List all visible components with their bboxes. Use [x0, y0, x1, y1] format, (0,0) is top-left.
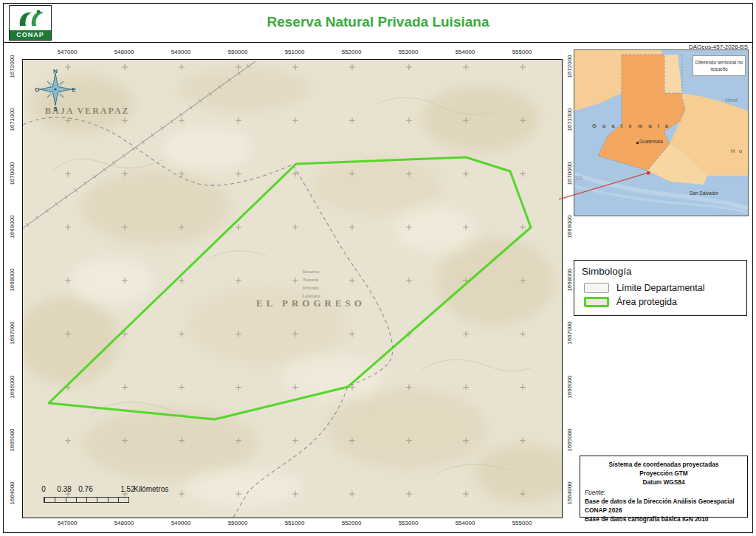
capital-city-marker — [636, 142, 639, 144]
y-coordinate-label: 1670000 — [566, 162, 573, 185]
left-partial-label: 721 — [575, 176, 583, 180]
legend-item-departmental-limit: Límite Departamental — [574, 283, 746, 293]
legend-box: Simbología Límite Departamental Área pro… — [574, 260, 747, 316]
x-axis-labels-bottom: 5470005480005490005500005510005520005530… — [22, 520, 561, 529]
scale-tick-label: 1.52 — [120, 485, 134, 493]
x-coordinate-label: 552000 — [342, 49, 362, 55]
y-coordinate-label: 1668000 — [566, 268, 573, 291]
x-coordinate-label: 555000 — [512, 49, 532, 55]
protected-area-swatch — [584, 297, 609, 307]
y-coordinate-label: 1665000 — [9, 428, 16, 451]
x-coordinate-label: 548000 — [114, 520, 134, 526]
reserve-name-line: Privada — [284, 284, 338, 292]
compass-south-letter: S — [53, 106, 58, 111]
x-coordinate-label: 548000 — [114, 49, 134, 55]
scale-bar: 0 0.38 0.76 1.52 Kilómetros — [44, 485, 206, 512]
scale-ruler — [44, 497, 129, 503]
reserve-name-line: Reserva — [284, 268, 338, 276]
x-coordinate-label: 547000 — [58, 520, 78, 526]
inset-locator-map: Diferendo territorial no resuelto G u a … — [574, 49, 749, 216]
y-coordinate-label: 1665000 — [566, 428, 573, 451]
scale-tick-label: 0 — [41, 485, 46, 493]
credits-box: Sistema de coordenadas proyectadas Proye… — [580, 456, 748, 518]
compass-north-letter: N — [53, 68, 58, 75]
compass-west-letter: O — [35, 86, 39, 93]
x-coordinate-label: 550000 — [228, 520, 248, 526]
x-coordinate-label: 554000 — [456, 49, 475, 55]
legend-title: Simbología — [574, 261, 746, 279]
source-line-2: Base de datos cartografía básica IGN 201… — [585, 515, 743, 523]
y-coordinate-label: 1667000 — [566, 322, 573, 345]
y-coordinate-label: 1671000 — [566, 109, 573, 131]
y-coordinate-label: 1669000 — [566, 215, 573, 238]
y-coordinate-label: 1672000 — [566, 55, 573, 78]
y-axis-labels-left: 1672000167100016700001669000166800016670… — [5, 59, 18, 517]
department-label-el-progreso: EL PROGRESO — [207, 298, 414, 309]
legend-item-label: Área protegida — [616, 297, 677, 307]
y-coordinate-label: 1667000 — [9, 322, 16, 345]
compass-rose-icon: N E S O — [33, 67, 78, 111]
y-coordinate-label: 1666000 — [566, 375, 573, 398]
x-coordinate-label: 551000 — [285, 520, 305, 526]
honduras-partial-label: H o — [731, 148, 743, 154]
y-coordinate-label: 1669000 — [9, 215, 16, 238]
x-coordinate-label: 554000 — [456, 520, 475, 526]
source-line-1: Base de datos de la Dirección Análisis G… — [585, 497, 743, 515]
honduras-partial-label-top: Hond — [725, 97, 738, 103]
x-coordinate-label: 555000 — [512, 520, 532, 526]
x-coordinate-label: 553000 — [399, 49, 419, 55]
legend-item-label: Límite Departamental — [616, 283, 705, 293]
page-title: Reserva Natural Privada Luisiana — [0, 14, 756, 30]
territorial-dispute-note: Diferendo territorial no resuelto — [693, 55, 746, 76]
compass-east-letter: E — [72, 86, 76, 93]
legend-item-protected-area: Área protegida — [574, 297, 746, 307]
y-coordinate-label: 1671000 — [9, 109, 16, 131]
x-coordinate-label: 551000 — [285, 49, 305, 55]
capital-label: Guatemala — [639, 139, 663, 144]
reserve-name-label: Reserva Natural Privada Luisiana — [284, 268, 338, 300]
x-coordinate-label: 549000 — [171, 520, 191, 526]
y-coordinate-label: 1672000 — [9, 55, 16, 78]
scale-unit-label: Kilómetros — [134, 485, 168, 493]
departmental-limit-swatch — [584, 283, 609, 293]
x-coordinate-label: 550000 — [228, 49, 248, 55]
scale-tick-label: 0.38 — [57, 485, 71, 493]
y-coordinate-label: 1668000 — [9, 268, 16, 291]
conap-logo-text: CONAP — [10, 30, 51, 40]
y-coordinate-label: 1664000 — [9, 481, 16, 504]
san-salvador-label: San Salvador — [690, 190, 718, 196]
x-coordinate-label: 552000 — [342, 520, 362, 526]
reserve-location-marker — [647, 171, 650, 175]
y-coordinate-label: 1670000 — [9, 162, 16, 185]
x-coordinate-label: 547000 — [58, 49, 78, 55]
x-axis-labels-top: 5470005480005490005500005510005520005530… — [22, 49, 561, 58]
reserve-name-line: Natural — [284, 276, 338, 284]
projection-line: Proyección GTM — [585, 469, 743, 478]
country-label: G u a t e m a l a — [592, 123, 670, 129]
main-map: BAJA VERAPAZ Reserva Natural Privada Lui… — [22, 59, 563, 518]
source-title: Fuente: — [585, 488, 743, 497]
header-divider — [3, 42, 753, 43]
y-coordinate-label: 1664000 — [566, 481, 573, 504]
scale-tick-label: 0.76 — [78, 485, 92, 493]
map-sheet: CONAP Reserva Natural Privada Luisiana D… — [0, 0, 756, 536]
x-coordinate-label: 549000 — [171, 49, 191, 55]
y-coordinate-label: 1666000 — [9, 375, 16, 398]
x-coordinate-label: 553000 — [399, 520, 419, 526]
datum-line: Datum WGS84 — [585, 478, 743, 487]
coordinate-system-line: Sistema de coordenadas proyectadas — [585, 460, 743, 469]
